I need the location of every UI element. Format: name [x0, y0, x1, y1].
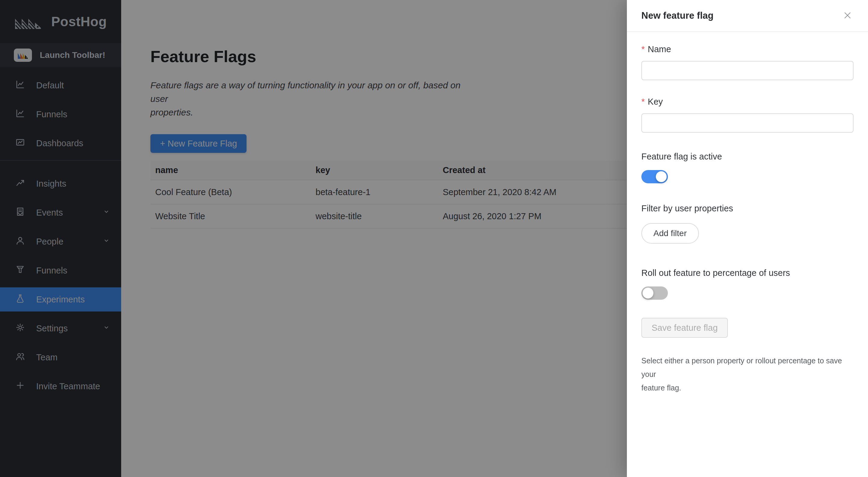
close-icon: [843, 11, 852, 21]
required-mark: *: [641, 96, 645, 107]
close-button[interactable]: [841, 10, 854, 22]
save-hint-line: feature flag.: [641, 381, 854, 395]
key-input[interactable]: [641, 113, 854, 133]
toggle-knob: [656, 171, 667, 182]
save-hint-line: Select either a person property or rollo…: [641, 354, 854, 381]
new-feature-flag-drawer: New feature flag * Name * Key Feature fl…: [627, 0, 868, 477]
name-field-label: * Name: [641, 44, 854, 54]
add-filter-button[interactable]: Add filter: [641, 223, 699, 244]
active-toggle-label: Feature flag is active: [641, 151, 854, 161]
drawer-header: New feature flag: [627, 0, 868, 32]
drawer-body: * Name * Key Feature flag is active Filt…: [627, 32, 868, 395]
rollout-percentage-toggle[interactable]: [641, 287, 668, 300]
save-feature-flag-button[interactable]: Save feature flag: [641, 318, 728, 338]
toggle-knob: [643, 288, 653, 298]
key-label-text: Key: [648, 96, 663, 107]
save-hint-text: Select either a person property or rollo…: [641, 354, 854, 395]
filter-section-label: Filter by user properties: [641, 203, 854, 213]
key-field-label: * Key: [641, 96, 854, 107]
name-input[interactable]: [641, 61, 854, 80]
required-mark: *: [641, 44, 645, 54]
name-label-text: Name: [648, 44, 671, 54]
drawer-title: New feature flag: [641, 10, 841, 21]
rollout-toggle-label: Roll out feature to percentage of users: [641, 268, 854, 278]
feature-flag-active-toggle[interactable]: [641, 170, 668, 183]
